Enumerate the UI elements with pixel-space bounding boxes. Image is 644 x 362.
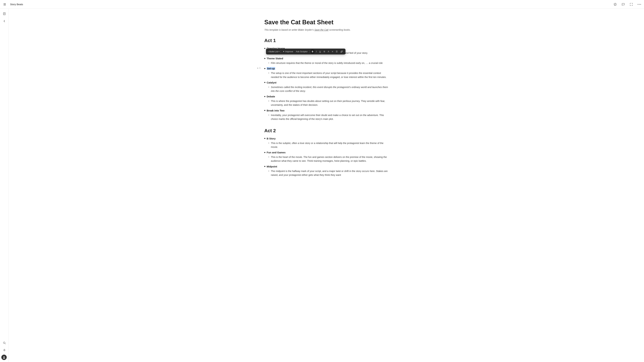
bullet-dot bbox=[264, 110, 265, 111]
expand-button[interactable] bbox=[628, 2, 634, 7]
beat-header-break-into-two: Break into Two bbox=[264, 109, 388, 112]
svg-point-5 bbox=[640, 4, 641, 5]
svg-point-3 bbox=[638, 4, 638, 5]
avatar[interactable] bbox=[1, 355, 7, 360]
subtitle-link[interactable]: Save the Cat! bbox=[314, 28, 328, 31]
ask-scriptor-button[interactable]: Ask Scriptor bbox=[295, 50, 308, 53]
sparkle-icon-small: ✦ bbox=[283, 50, 284, 53]
bullet-list-label: Bullet List bbox=[269, 50, 278, 53]
beat-header-theme-stated: Theme Stated bbox=[264, 57, 388, 60]
ask-label: Ask Scriptor bbox=[296, 50, 308, 53]
beat-desc-list-theme-stated: Film structure requires that the theme o… bbox=[268, 61, 388, 65]
sidebar-toggle-button[interactable] bbox=[2, 2, 8, 7]
beat-header-b-story: B Story bbox=[264, 137, 388, 140]
act1-beat-list: Opening Image Start strong with an image… bbox=[264, 46, 388, 121]
beat-item-theme-stated: Theme Stated Film structure requires tha… bbox=[264, 57, 388, 65]
beat-name-midpoint: Midpoint bbox=[267, 165, 277, 168]
underline-button[interactable]: U bbox=[318, 50, 322, 53]
subtitle-post: screenwriting books. bbox=[328, 28, 351, 31]
add-icon[interactable]: + bbox=[257, 67, 258, 70]
sub-bullet bbox=[268, 72, 269, 73]
beat-desc-setup: The setup is one of the most important s… bbox=[268, 71, 388, 79]
beat-desc-list-midpoint: The midpoint is the halfway mark of your… bbox=[268, 169, 388, 177]
list-button[interactable]: ☰ bbox=[335, 50, 339, 53]
sub-bullet bbox=[268, 143, 269, 143]
text-color-button[interactable]: A bbox=[327, 50, 330, 53]
strikethrough-label: S bbox=[324, 50, 325, 53]
act2-beat-list: B Story This is the subplot, often a lov… bbox=[264, 137, 388, 177]
sub-bullet bbox=[268, 100, 269, 101]
beat-header-catalyst: Catalyst bbox=[264, 81, 388, 84]
svg-point-12 bbox=[4, 356, 4, 357]
beat-desc-midpoint: The midpoint is the halfway mark of your… bbox=[268, 169, 388, 177]
chat-icon bbox=[622, 3, 625, 6]
bullet-dot bbox=[264, 48, 265, 49]
beat-desc-text-setup: The setup is one of the most important s… bbox=[271, 71, 388, 79]
beat-desc-fun-and-games: This is the heart of the movie. The fun … bbox=[268, 155, 388, 163]
beat-desc-debate: This is where the protagonist has doubts… bbox=[268, 99, 388, 107]
beat-item-b-story: B Story This is the subplot, often a lov… bbox=[264, 137, 388, 149]
sidebar-item-back[interactable] bbox=[1, 18, 8, 24]
beat-desc-text-catalyst: Sometimes called the inciting incident, … bbox=[271, 85, 388, 93]
sidebar-item-search[interactable] bbox=[1, 340, 8, 346]
bullet-dot bbox=[264, 58, 265, 59]
content-area: Save the Cat Beat Sheet This template is… bbox=[251, 9, 402, 362]
back-icon bbox=[3, 19, 6, 23]
align-label: ≡ bbox=[332, 50, 333, 53]
bullet-dot bbox=[264, 152, 265, 153]
beat-desc-list-break-into-two: Inevitably, your protagonist will overco… bbox=[268, 113, 388, 121]
improve-button[interactable]: ✦ Improve bbox=[282, 50, 294, 53]
beat-desc-list-debate: This is where the protagonist has doubts… bbox=[268, 99, 388, 107]
beat-desc-text-fun-and-games: This is the heart of the movie. The fun … bbox=[271, 155, 388, 163]
dropdown-arrow: ▾ bbox=[278, 50, 280, 53]
act2-heading: Act 2 bbox=[264, 128, 388, 133]
beat-desc-text-midpoint: The midpoint is the halfway mark of your… bbox=[271, 169, 388, 177]
svg-rect-1 bbox=[4, 4, 6, 4]
beat-item-setup: + ⠿ Set-up The setup is one of the most … bbox=[264, 67, 388, 79]
bullet-dot bbox=[264, 166, 265, 167]
underline-label: U bbox=[319, 50, 321, 53]
pages-icon bbox=[3, 12, 6, 15]
beat-name-catalyst: Catalyst bbox=[267, 81, 276, 84]
top-bar-right bbox=[612, 2, 642, 7]
act1-heading: Act 1 bbox=[264, 38, 388, 43]
sidebar-bottom bbox=[1, 340, 8, 360]
scroll-wrapper[interactable]: Save the Cat Beat Sheet This template is… bbox=[9, 9, 644, 362]
beat-desc-text-debate: This is where the protagonist has doubts… bbox=[271, 99, 388, 107]
beat-name-fun-and-games: Fun and Games bbox=[267, 151, 286, 154]
beat-desc-b-story: This is the subplot, often a love story … bbox=[268, 141, 388, 149]
comments-button[interactable] bbox=[620, 2, 626, 7]
beat-desc-theme-stated: Film structure requires that the theme o… bbox=[268, 61, 388, 65]
beat-desc-list-catalyst: Sometimes called the inciting incident, … bbox=[268, 85, 388, 93]
main-layout: Save the Cat Beat Sheet This template is… bbox=[0, 9, 644, 362]
beat-desc-text-b-story: This is the subplot, often a love story … bbox=[271, 141, 388, 149]
italic-button[interactable]: I bbox=[315, 50, 318, 53]
bold-button[interactable]: B bbox=[311, 50, 314, 53]
link-button[interactable] bbox=[340, 50, 344, 53]
top-bar-left: Story Beats bbox=[2, 2, 23, 7]
align-button[interactable]: ≡ bbox=[331, 50, 334, 53]
separator-1 bbox=[280, 50, 281, 53]
expand-icon bbox=[630, 3, 633, 6]
sidebar-item-ai[interactable] bbox=[1, 347, 8, 353]
beat-item-fun-and-games: Fun and Games This is the heart of the m… bbox=[264, 151, 388, 163]
strikethrough-button[interactable]: S bbox=[323, 50, 326, 53]
beat-item-catalyst: Catalyst Sometimes called the inciting i… bbox=[264, 81, 388, 93]
top-bar: Story Beats bbox=[0, 0, 644, 9]
beat-header-fun-and-games: Fun and Games bbox=[264, 151, 388, 154]
document-subtitle: This template is based on writer Blake S… bbox=[264, 28, 388, 31]
beat-header-debate: Debate bbox=[264, 95, 388, 98]
list-label: ☰ bbox=[336, 50, 338, 53]
star-icon bbox=[614, 3, 617, 6]
bullet-dot bbox=[264, 68, 265, 69]
drag-icon[interactable]: ⠿ bbox=[259, 67, 260, 69]
sidebar-item-pages[interactable] bbox=[1, 11, 8, 17]
sub-bullet bbox=[268, 171, 269, 171]
bullet-list-dropdown[interactable]: ≡ Bullet List ▾ bbox=[268, 50, 280, 53]
svg-line-11 bbox=[5, 344, 6, 344]
beat-name-setup: Set-up bbox=[267, 67, 275, 70]
search-icon bbox=[3, 341, 6, 345]
more-options-button[interactable] bbox=[636, 2, 642, 7]
sub-bullet bbox=[268, 115, 269, 115]
star-button[interactable] bbox=[612, 2, 618, 7]
